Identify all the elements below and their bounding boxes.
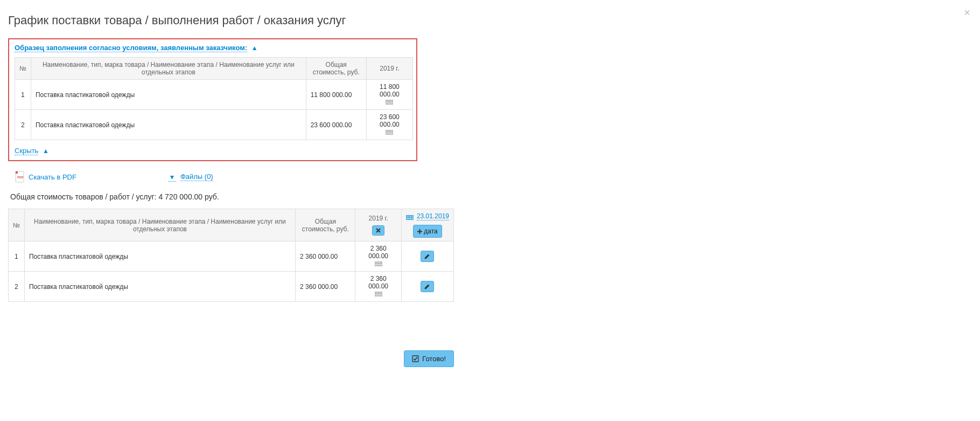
plus-icon	[417, 229, 422, 234]
edit-row-button[interactable]	[421, 251, 434, 262]
svg-rect-2	[412, 356, 418, 362]
svg-text:PDF: PDF	[17, 176, 24, 179]
cell-edit	[401, 241, 453, 272]
cell-cost: 11 800 000.00	[306, 80, 366, 110]
cell-year: 2 360 000.00	[355, 241, 401, 272]
close-icon[interactable]: ×	[964, 6, 970, 19]
main-col-num: №	[9, 209, 25, 241]
total-line: Общая стоимость товаров / работ / услуг:…	[10, 192, 972, 201]
sample-heading-link[interactable]: Образец заполнения согласно условиям, за…	[15, 44, 247, 52]
calendar-grid-icon	[375, 292, 382, 296]
cell-year-val: 23 600 000.00	[371, 113, 408, 128]
x-icon	[376, 228, 381, 233]
cell-cost: 2 360 000.00	[296, 272, 355, 302]
sample-col-year: 2019 г.	[366, 58, 412, 80]
cell-year: 11 800 000.00	[366, 80, 412, 110]
remove-year-button[interactable]	[372, 225, 384, 236]
add-date-button[interactable]: дата	[413, 225, 442, 238]
arrow-down-icon: ▾	[168, 172, 176, 182]
cell-cost: 23 600 000.00	[306, 110, 366, 140]
cell-year: 23 600 000.00	[366, 110, 412, 140]
ready-button[interactable]: Готово!	[404, 350, 454, 367]
files-label: Файлы (0)	[180, 172, 213, 181]
sample-col-name: Наименование, тип, марка товара / Наимен…	[31, 58, 306, 80]
cell-num: 2	[9, 272, 25, 302]
table-row: 1 Поставка пластикатовой одежды 11 800 0…	[15, 80, 413, 110]
cell-year-val: 2 360 000.00	[360, 245, 396, 260]
cell-num: 1	[9, 241, 25, 272]
main-table: № Наименование, тип, марка товара / Наим…	[8, 209, 454, 302]
year-label: 2019 г.	[369, 215, 388, 222]
cell-name: Поставка пластикатовой одежды	[31, 80, 306, 110]
cell-cost: 2 360 000.00	[296, 241, 355, 272]
cell-name: Поставка пластикатовой одежды	[31, 110, 306, 140]
calendar-grid-icon	[386, 100, 393, 105]
actions-row: PDF Скачать в PDF ▾ Файлы (0)	[15, 171, 972, 183]
sample-table: № Наименование, тип, марка товара / Наим…	[15, 57, 413, 140]
cell-num: 2	[15, 110, 31, 140]
files-link[interactable]: ▾ Файлы (0)	[168, 172, 213, 182]
calendar-grid-icon	[406, 215, 414, 220]
cell-name: Поставка пластикатовой одежды	[24, 241, 295, 272]
sample-col-cost: Общая стоимость, руб.	[306, 58, 366, 80]
sample-section: Образец заполнения согласно условиям, за…	[8, 38, 417, 161]
table-row: 1 Поставка пластикатовой одежды 2 360 00…	[9, 241, 454, 272]
date-link[interactable]: 23.01.2019	[417, 212, 449, 220]
ready-wrap: Готово!	[8, 350, 454, 367]
ready-label: Готово!	[422, 355, 446, 363]
cell-edit	[401, 272, 453, 302]
cell-year-val: 11 800 000.00	[371, 83, 408, 98]
cell-year-val: 2 360 000.00	[360, 275, 396, 290]
pdf-icon: PDF	[15, 171, 25, 183]
download-pdf-link[interactable]: PDF Скачать в PDF	[15, 171, 76, 183]
calendar-grid-icon	[375, 261, 382, 266]
cell-year: 2 360 000.00	[355, 272, 401, 302]
edit-row-button[interactable]	[421, 281, 434, 292]
chevron-up-icon: ▲	[43, 147, 49, 155]
main-col-name: Наименование, тип, марка товара / Наимен…	[24, 209, 295, 241]
table-row: 2 Поставка пластикатовой одежды 2 360 00…	[9, 272, 454, 302]
table-row: 2 Поставка пластикатовой одежды 23 600 0…	[15, 110, 413, 140]
page-title: График поставки товара / выполнения рабо…	[8, 13, 972, 27]
calendar-grid-icon	[386, 130, 393, 135]
main-col-date: 23.01.2019 дата	[401, 209, 453, 241]
main-col-year: 2019 г.	[355, 209, 401, 241]
hide-link[interactable]: Скрыть	[15, 147, 38, 155]
pencil-icon	[424, 284, 430, 289]
main-col-cost: Общая стоимость, руб.	[296, 209, 355, 241]
sample-col-num: №	[15, 58, 31, 80]
chevron-up-icon: ▲	[251, 44, 258, 52]
download-pdf-label: Скачать в PDF	[29, 173, 76, 181]
cell-num: 1	[15, 80, 31, 110]
check-square-icon	[412, 355, 419, 362]
cell-name: Поставка пластикатовой одежды	[24, 272, 295, 302]
add-date-label: дата	[424, 227, 437, 235]
pencil-icon	[424, 253, 430, 259]
